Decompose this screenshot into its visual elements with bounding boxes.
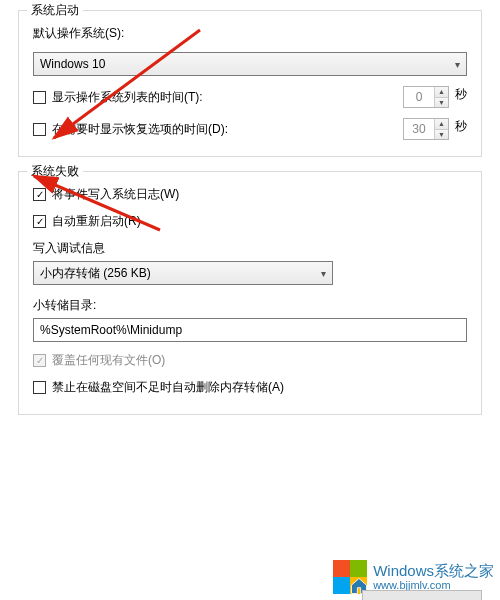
- checkbox-disable-auto-delete[interactable]: [33, 381, 46, 394]
- label-default-os: 默认操作系统(S):: [33, 25, 124, 42]
- group-title-startup: 系统启动: [27, 2, 83, 19]
- select-dump-type-value: 小内存转储 (256 KB): [40, 265, 151, 282]
- select-default-os-value: Windows 10: [40, 57, 105, 71]
- checkbox-auto-restart[interactable]: ✓: [33, 215, 46, 228]
- group-system-failure: 系统失败 ✓ 将事件写入系统日志(W) ✓ 自动重新启动(R) 写入调试信息 小…: [18, 171, 482, 415]
- spinner-down-icon[interactable]: ▼: [435, 130, 448, 140]
- input-dump-dir-value: %SystemRoot%\Minidump: [40, 323, 182, 337]
- label-show-os-list: 显示操作系统列表的时间(T):: [52, 89, 203, 106]
- label-auto-restart: 自动重新启动(R): [52, 213, 141, 230]
- checkbox-overwrite: ✓: [33, 354, 46, 367]
- input-os-list-seconds[interactable]: [404, 87, 434, 107]
- input-dump-dir[interactable]: %SystemRoot%\Minidump: [33, 318, 467, 342]
- spinner-buttons[interactable]: ▲ ▼: [434, 87, 448, 107]
- spinner-up-icon[interactable]: ▲: [435, 119, 448, 130]
- label-seconds-2: 秒: [455, 118, 467, 140]
- watermark: Windows系统之家 www.bjjmlv.com: [333, 560, 494, 594]
- checkbox-write-log[interactable]: ✓: [33, 188, 46, 201]
- label-write-log: 将事件写入系统日志(W): [52, 186, 179, 203]
- chevron-down-icon: ▾: [455, 59, 460, 70]
- label-overwrite: 覆盖任何现有文件(O): [52, 352, 165, 369]
- checkbox-show-recovery[interactable]: [33, 123, 46, 136]
- select-default-os[interactable]: Windows 10 ▾: [33, 52, 467, 76]
- chevron-down-icon: ▾: [321, 268, 326, 279]
- spinner-buttons-2[interactable]: ▲ ▼: [434, 119, 448, 139]
- label-seconds-1: 秒: [455, 86, 467, 108]
- spinner-up-icon[interactable]: ▲: [435, 87, 448, 98]
- watermark-title: Windows系统之家: [373, 563, 494, 580]
- group-title-failure: 系统失败: [27, 163, 83, 180]
- label-debug-info: 写入调试信息: [33, 240, 467, 257]
- dialog-button-strip: [362, 590, 482, 600]
- select-dump-type[interactable]: 小内存转储 (256 KB) ▾: [33, 261, 333, 285]
- spinner-os-list-seconds[interactable]: ▲ ▼: [403, 86, 449, 108]
- label-dump-dir: 小转储目录:: [33, 297, 467, 314]
- spinner-down-icon[interactable]: ▼: [435, 98, 448, 108]
- label-show-recovery: 在需要时显示恢复选项的时间(D):: [52, 121, 228, 138]
- label-disable-auto-delete: 禁止在磁盘空间不足时自动删除内存转储(A): [52, 379, 284, 396]
- group-system-startup: 系统启动 默认操作系统(S): Windows 10 ▾ 显示操作系统列表的时间…: [18, 10, 482, 157]
- spinner-recovery-seconds[interactable]: ▲ ▼: [403, 118, 449, 140]
- input-recovery-seconds[interactable]: [404, 119, 434, 139]
- checkbox-show-os-list[interactable]: [33, 91, 46, 104]
